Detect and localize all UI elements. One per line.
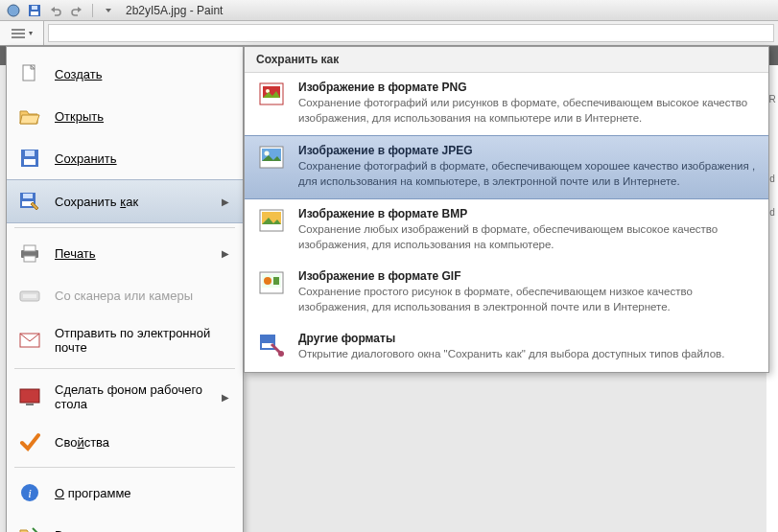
- printer-icon: [16, 242, 43, 265]
- svg-rect-6: [24, 159, 35, 165]
- scanner-icon: [16, 284, 43, 307]
- menu-scanner: Со сканера или камеры: [7, 274, 243, 316]
- mail-icon: [16, 329, 43, 352]
- menu-save[interactable]: Сохранить: [7, 137, 243, 179]
- menu-save-as-label: Сохранить как: [55, 195, 210, 209]
- menu-open[interactable]: Открыть: [7, 95, 243, 137]
- submenu-arrow-icon: ▶: [222, 392, 229, 403]
- menu-save-as[interactable]: Сохранить как ▶: [7, 179, 243, 223]
- menu-scanner-label: Со сканера или камеры: [55, 289, 233, 303]
- menu-send-email[interactable]: Отправить по электронной почте: [7, 316, 243, 364]
- saveas-png-desc: Сохранение фотографий или рисунков в фор…: [298, 96, 757, 126]
- svg-rect-13: [24, 256, 35, 262]
- svg-rect-18: [26, 404, 34, 405]
- saveas-gif-title: Изображение в формате GIF: [298, 269, 757, 283]
- menu-set-bg-label: Сделать фоном рабочего стола: [55, 382, 210, 411]
- menu-divider: [14, 368, 235, 369]
- hamburger-icon: [12, 29, 25, 38]
- menu-create[interactable]: Создать: [7, 53, 243, 95]
- menu-exit-label: Выход: [55, 528, 233, 533]
- menu-set-background[interactable]: Сделать фоном рабочего стола ▶: [7, 373, 243, 421]
- svg-rect-17: [20, 389, 39, 403]
- gif-icon: [256, 269, 287, 296]
- check-icon: [16, 430, 43, 453]
- bmp-icon: [256, 207, 287, 234]
- saveas-gif-desc: Сохранение простого рисунок в формате, о…: [298, 285, 757, 314]
- saveas-bmp-desc: Сохранение любых изображений в формате, …: [298, 222, 757, 252]
- ribbon-bar: [48, 24, 774, 42]
- info-icon: i: [16, 481, 43, 504]
- submenu-header: Сохранить как: [245, 47, 768, 73]
- exit-icon: [16, 523, 43, 532]
- qat-dropdown-icon[interactable]: [101, 3, 116, 18]
- svg-rect-15: [23, 294, 36, 298]
- menu-divider: [14, 227, 235, 228]
- saveas-jpeg-desc: Сохранение фотографий в формате, обеспеч…: [298, 159, 757, 189]
- svg-point-31: [264, 277, 271, 285]
- menu-create-label: Создать: [55, 67, 233, 81]
- saveas-bmp-title: Изображение в формате BMP: [298, 207, 757, 220]
- titlebar: 2b2yI5A.jpg - Paint: [0, 0, 778, 21]
- menu-print-label: Печать: [55, 246, 210, 261]
- menu-properties-label: Свойства: [55, 435, 233, 450]
- save-as-submenu: Сохранить как Изображение в формате PNG …: [244, 46, 769, 373]
- svg-point-35: [278, 351, 284, 357]
- saveas-jpeg-title: Изображение в формате JPEG: [298, 144, 757, 157]
- menu-exit[interactable]: Выход: [7, 514, 243, 532]
- saveas-gif[interactable]: Изображение в формате GIF Сохранение про…: [245, 262, 768, 324]
- svg-rect-2: [31, 12, 38, 15]
- desktop-bg-icon: [16, 385, 43, 408]
- svg-rect-32: [273, 277, 279, 285]
- menu-divider: [14, 467, 235, 468]
- menu-send-label: Отправить по электронной почте: [55, 326, 233, 355]
- qat-separator: [92, 4, 93, 17]
- svg-rect-12: [24, 245, 35, 251]
- file-menu-button[interactable]: ▾: [0, 21, 44, 45]
- svg-rect-3: [32, 6, 37, 10]
- new-file-icon: [16, 62, 43, 85]
- menu-open-label: Открыть: [55, 109, 233, 124]
- menu-properties[interactable]: Свойства: [7, 421, 243, 463]
- undo-icon[interactable]: [48, 3, 63, 18]
- save-as-icon: [16, 190, 43, 213]
- ribbon-row: ▾: [0, 21, 778, 46]
- saveas-other[interactable]: Другие форматы Открытие диалогового окна…: [245, 324, 768, 372]
- app-menu: Создать Открыть Сохранить Сохранить как …: [6, 46, 244, 532]
- saveas-other-title: Другие форматы: [298, 332, 757, 345]
- menu-print[interactable]: Печать ▶: [7, 232, 243, 274]
- window-title: 2b2yI5A.jpg - Paint: [126, 4, 223, 17]
- redo-icon[interactable]: [69, 3, 84, 18]
- other-format-icon: [256, 332, 287, 359]
- menu-save-label: Сохранить: [55, 151, 233, 166]
- menu-about-label: О программе: [55, 486, 233, 500]
- jpeg-icon: [256, 144, 287, 171]
- svg-text:i: i: [28, 486, 32, 500]
- svg-rect-7: [25, 150, 35, 156]
- submenu-arrow-icon: ▶: [222, 197, 229, 207]
- floppy-icon: [16, 147, 43, 170]
- svg-point-26: [265, 151, 270, 156]
- saveas-jpeg[interactable]: Изображение в формате JPEG Сохранение фо…: [245, 135, 768, 199]
- folder-open-icon: [16, 104, 43, 127]
- app-icon: [6, 3, 21, 18]
- saveas-png-title: Изображение в формате PNG: [298, 81, 757, 94]
- png-icon: [256, 81, 287, 107]
- saveas-other-desc: Открытие диалогового окна "Сохранить как…: [298, 347, 757, 362]
- svg-point-0: [8, 5, 19, 16]
- save-icon[interactable]: [27, 3, 42, 18]
- chevron-down-icon: ▾: [29, 29, 33, 37]
- saveas-bmp[interactable]: Изображение в формате BMP Сохранение люб…: [245, 199, 768, 262]
- menu-about[interactable]: i О программе: [7, 472, 243, 514]
- saveas-png[interactable]: Изображение в формате PNG Сохранение фот…: [245, 73, 768, 135]
- svg-rect-10: [23, 194, 33, 198]
- submenu-arrow-icon: ▶: [222, 248, 229, 259]
